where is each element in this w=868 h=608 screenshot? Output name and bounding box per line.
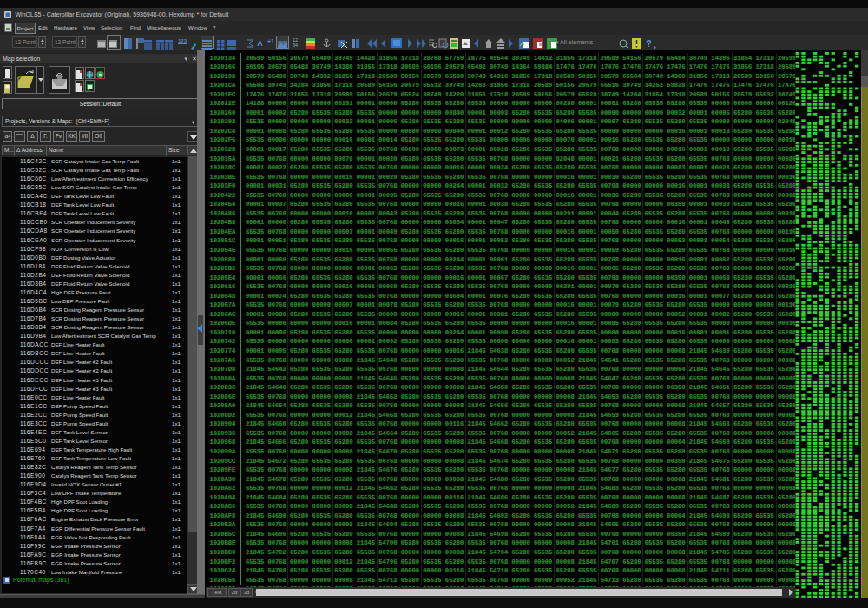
svg-text:?: ? bbox=[646, 38, 652, 49]
